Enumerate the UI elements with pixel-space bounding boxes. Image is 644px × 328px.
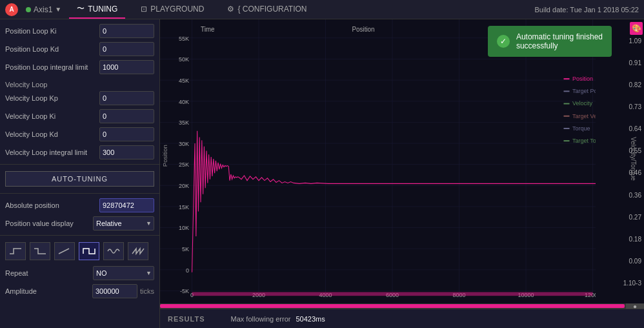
main-layout: Position Loop Ki Position Loop Kd Positi… — [0, 19, 644, 328]
field-vel-kd: Velocity Loop Kd — [0, 125, 159, 143]
position-display-select[interactable]: Relative Absolute — [93, 216, 154, 231]
svg-text:55K: 55K — [179, 35, 190, 41]
build-date: Build date: Tue Jan 1 2018 05:22 — [535, 6, 639, 14]
results-item-1: Max following error 50423ms — [231, 315, 325, 323]
results-label: RESULTS — [168, 315, 205, 323]
svg-text:45K: 45K — [179, 77, 190, 84]
right-axis-val-9: 0.27 — [596, 214, 641, 221]
right-axis-val-12: 1.10-3 — [596, 280, 641, 287]
right-axis-val-3: 0.82 — [596, 81, 641, 88]
position-display-select-wrap: Relative Absolute ▼ — [93, 216, 154, 231]
tuning-icon: 〜 — [77, 3, 85, 14]
waveform-step-down[interactable] — [30, 242, 50, 260]
svg-text:15K: 15K — [179, 204, 190, 210]
toast-message: Automatic tuning finishedsuccessfully — [516, 32, 603, 50]
waveform-ramp[interactable] — [54, 242, 75, 260]
results-bar: RESULTS Max following error 50423ms — [160, 309, 644, 328]
svg-text:0: 0 — [186, 267, 189, 273]
pos-int-input[interactable] — [99, 60, 154, 74]
amplitude-row: Amplitude ticks — [0, 282, 159, 300]
results-val-1: 50423ms — [296, 315, 325, 323]
svg-rect-50 — [564, 103, 570, 105]
vel-kp-input[interactable] — [99, 91, 154, 105]
absolute-position-input[interactable] — [99, 198, 154, 212]
svg-rect-56 — [564, 140, 570, 141]
svg-text:20K: 20K — [179, 183, 190, 189]
field-pos-kd: Position Loop Kd — [0, 40, 159, 58]
right-axis-val-4: 0.73 — [596, 103, 641, 110]
right-axis-val-8: 0.36 — [596, 192, 641, 199]
svg-text:35K: 35K — [179, 119, 190, 126]
vel-ki-input[interactable] — [99, 109, 154, 123]
field-vel-int: Velocity Loop integral limit — [0, 143, 159, 161]
vel-int-input[interactable] — [99, 145, 154, 159]
svg-text:30K: 30K — [179, 141, 190, 147]
svg-text:Position: Position — [572, 76, 593, 82]
svg-rect-48 — [564, 90, 570, 92]
svg-text:Time: Time — [201, 26, 215, 33]
waveform-step-up[interactable] — [5, 242, 26, 260]
svg-line-0 — [59, 249, 69, 254]
topnav: A Axis1 ▼ 〜 TUNING ⊡ PLAYGROUND ⚙ { CONF… — [0, 0, 644, 19]
svg-text:Velocity: Velocity — [572, 100, 592, 107]
velocity-loop-section-label: Velocity Loop — [0, 79, 159, 89]
tab-configuration[interactable]: ⚙ { CONFIGURATION — [219, 0, 314, 19]
svg-text:10K: 10K — [179, 225, 190, 231]
svg-text:25K: 25K — [179, 161, 190, 168]
svg-text:Position: Position — [162, 145, 168, 167]
svg-text:Target Position: Target Position — [572, 88, 596, 94]
success-toast: ✓ Automatic tuning finishedsuccessfully — [488, 26, 612, 57]
right-axis-val-5: 0.64 — [596, 125, 641, 132]
app-logo: A — [5, 3, 18, 16]
axis-name: Axis1 — [34, 5, 52, 14]
waveform-sawtooth[interactable] — [128, 242, 148, 260]
playground-icon: ⊡ — [141, 5, 147, 14]
gear-icon: ⚙ — [227, 5, 234, 14]
svg-rect-54 — [564, 128, 570, 129]
tab-tuning[interactable]: 〜 TUNING — [69, 0, 125, 19]
paint-icon[interactable]: 🎨 — [630, 22, 643, 35]
position-display-row: Position value display Relative Absolute… — [0, 214, 159, 232]
svg-text:Target Velocity: Target Velocity — [572, 112, 596, 119]
left-panel: Position Loop Ki Position Loop Kd Positi… — [0, 19, 160, 328]
axis-chevron-icon[interactable]: ▼ — [55, 6, 61, 13]
svg-text:50K: 50K — [179, 56, 190, 63]
svg-text:5K: 5K — [182, 246, 190, 252]
repeat-row: Repeat NO YES ▼ — [0, 264, 159, 282]
right-axis-val-10: 0.18 — [596, 236, 641, 243]
chart-scroll-right-btn[interactable]: ● — [626, 303, 644, 309]
svg-rect-52 — [564, 116, 570, 117]
checkmark-icon: ✓ — [497, 35, 510, 48]
waveform-square[interactable] — [79, 242, 99, 260]
waveform-selector — [0, 238, 159, 264]
chart-scrollbar[interactable]: ● — [160, 303, 644, 309]
svg-text:Torque: Torque — [572, 125, 590, 132]
axis-selector[interactable]: Axis1 ▼ — [26, 5, 61, 14]
axis-status-dot — [26, 7, 31, 12]
auto-tuning-button[interactable]: AUTO-TUNING — [5, 171, 154, 187]
tab-playground[interactable]: ⊡ PLAYGROUND — [133, 0, 212, 19]
svg-text:-5K: -5K — [180, 288, 190, 294]
svg-text:40K: 40K — [179, 98, 190, 105]
chart-svg: 55K 50K 45K 40K 35K 30K 25K 20K 15K 10K … — [160, 19, 596, 298]
amplitude-input[interactable] — [92, 284, 137, 298]
chart-scrollbar-thumb[interactable] — [160, 304, 625, 308]
vel-kd-input[interactable] — [99, 127, 154, 141]
field-vel-kp: Velocity Loop Kp — [0, 89, 159, 107]
chart-container: ✓ Automatic tuning finishedsuccessfully — [160, 19, 644, 303]
right-axis-val-11: 0.09 — [596, 258, 641, 265]
waveform-sine[interactable] — [103, 242, 124, 260]
pos-kd-input[interactable] — [99, 42, 154, 56]
field-pos-ki: Position Loop Ki — [0, 22, 159, 40]
right-axis-label: Velocity/Torque — [630, 137, 638, 181]
repeat-select-wrap: NO YES ▼ — [93, 266, 154, 280]
svg-rect-1 — [160, 19, 596, 298]
pos-ki-input[interactable] — [99, 24, 154, 38]
svg-rect-45 — [192, 292, 593, 296]
svg-text:Target Torque: Target Torque — [572, 138, 596, 144]
repeat-select[interactable]: NO YES — [93, 266, 154, 280]
svg-rect-46 — [564, 78, 570, 79]
field-vel-ki: Velocity Loop Ki — [0, 107, 159, 125]
absolute-position-row: Absolute position — [0, 196, 159, 214]
right-axis-val-2: 0.91 — [596, 59, 641, 67]
